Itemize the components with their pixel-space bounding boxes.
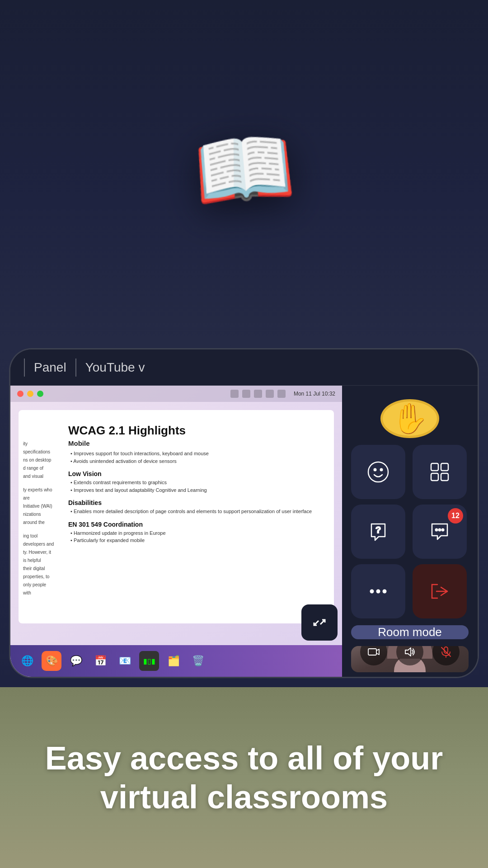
titlebar-icon-1 <box>230 390 239 398</box>
doc-lv-point-1: • Extends contrast requirements to graph… <box>68 479 320 486</box>
dock-icon-finder[interactable]: 🗂️ <box>164 651 183 671</box>
svg-rect-17 <box>368 649 376 655</box>
minimize-dot[interactable] <box>27 391 33 397</box>
layout-button[interactable] <box>413 445 467 499</box>
exit-icon <box>427 579 452 604</box>
youtube-tab[interactable]: YouTube v <box>85 360 145 375</box>
fullscreen-dot[interactable] <box>37 391 43 397</box>
svg-rect-6 <box>441 463 448 471</box>
dock-icon-mail[interactable]: 📧 <box>115 651 135 671</box>
expand-button[interactable] <box>301 604 338 641</box>
doc-section-mobile: Mobile <box>68 439 320 447</box>
doc-main: WCAG 2.1 Highlights Mobile • Improves su… <box>64 424 320 544</box>
svg-point-2 <box>368 462 388 482</box>
emoji-icon <box>366 460 390 484</box>
titlebar-icon-2 <box>242 390 250 398</box>
device-content: Mon 11 Jul 10:32 ity specifications ns o… <box>10 386 478 677</box>
tagline-line2: virtual classrooms <box>100 779 388 815</box>
svg-rect-7 <box>431 473 438 481</box>
speaker-icon <box>404 646 416 658</box>
mac-titlebar: Mon 11 Jul 10:32 <box>10 386 342 402</box>
dock-icon-chrome[interactable]: 🌐 <box>17 651 37 671</box>
grid-icon <box>427 460 452 484</box>
doc-section-disabilities: Disabilities <box>68 499 320 506</box>
control-panel: ✋ <box>342 386 478 677</box>
tagline-line1: Easy access to all of your <box>45 740 443 776</box>
dock-icon-calendar[interactable]: 📅 <box>90 651 110 671</box>
svg-point-3 <box>374 469 376 471</box>
question-button[interactable]: ? <box>351 505 405 559</box>
screen-area: Mon 11 Jul 10:32 ity specifications ns o… <box>10 386 342 677</box>
doc-title: WCAG 2.1 Highlights <box>68 424 320 438</box>
emoji-button[interactable] <box>351 445 405 499</box>
panel-tab[interactable]: Panel <box>34 360 66 375</box>
chat-button[interactable]: 12 <box>413 505 467 559</box>
doc-mobile-point-1: • Improves support for touch interaction… <box>68 450 320 458</box>
room-mode-label: Room mode <box>378 625 442 639</box>
svg-rect-5 <box>431 463 438 471</box>
doc-en-point-2: • Particularly for expanded mobile <box>68 537 320 544</box>
svg-point-14 <box>377 590 380 593</box>
device-frame: Panel YouTube v <box>9 348 479 678</box>
svg-text:?: ? <box>375 525 381 535</box>
control-grid: ? 12 <box>351 445 469 618</box>
svg-rect-8 <box>441 473 448 481</box>
chat-icon <box>427 519 452 544</box>
titlebar-icon-5 <box>277 390 286 398</box>
tab-separator <box>24 359 25 377</box>
microphone-button[interactable] <box>432 646 460 665</box>
dock-icon-trash[interactable]: 🗑️ <box>188 651 208 671</box>
titlebar-icons: Mon 11 Jul 10:32 <box>230 390 335 398</box>
chat-notification-badge: 12 <box>448 508 463 524</box>
svg-point-4 <box>380 469 383 471</box>
video-controls <box>351 646 469 665</box>
more-button[interactable] <box>351 564 405 618</box>
svg-point-11 <box>439 529 441 531</box>
camera-icon <box>367 646 380 658</box>
svg-point-12 <box>442 529 444 531</box>
dock-icon-discord[interactable]: 💬 <box>66 651 86 671</box>
dock-icon-figma[interactable]: 🎨 <box>42 651 61 671</box>
room-mode-button[interactable]: Room mode <box>351 625 469 639</box>
video-preview <box>351 646 469 672</box>
tab-separator-2 <box>75 359 76 377</box>
svg-point-10 <box>436 529 438 531</box>
question-icon: ? <box>366 519 390 544</box>
book-illustration: 📖 <box>189 118 299 222</box>
top-section: 📖 <box>0 0 488 339</box>
doc-left-bar: ity specifications ns on desktop d range… <box>19 426 59 623</box>
screen-dock: 🌐 🎨 💬 📅 📧 ▮▯▮ 🗂️ 🗑️ <box>10 645 342 677</box>
more-icon <box>366 579 390 604</box>
hand-icon: ✋ <box>392 401 428 436</box>
titlebar-icon-3 <box>254 390 262 398</box>
document-content: ity specifications ns on desktop d range… <box>19 410 334 623</box>
svg-point-13 <box>371 590 374 593</box>
tagline: Easy access to all of your virtual class… <box>45 739 443 817</box>
device-section: Panel YouTube v <box>0 339 488 687</box>
speaker-button[interactable] <box>396 646 423 665</box>
doc-en-point-1: • Harmonized update in progress in Europ… <box>68 529 320 537</box>
titlebar-icon-4 <box>266 390 274 398</box>
mac-clock: Mon 11 Jul 10:32 <box>294 391 335 397</box>
tab-bar: Panel YouTube v <box>10 349 478 386</box>
hand-raise-button[interactable]: ✋ <box>380 399 439 438</box>
doc-dis-point-1: • Enables more detailed description of p… <box>68 508 320 515</box>
close-dot[interactable] <box>17 391 23 397</box>
doc-mobile-point-2: • Avoids unintended activation of device… <box>68 458 320 465</box>
svg-point-15 <box>383 590 386 593</box>
doc-section-en301: EN 301 549 Coordination <box>68 521 320 528</box>
doc-lv-point-2: • Improves text and layout adaptability … <box>68 486 320 494</box>
bottom-section: Easy access to all of your virtual class… <box>0 687 488 868</box>
mic-muted-icon <box>440 646 452 658</box>
svg-marker-18 <box>405 648 411 656</box>
exit-button[interactable] <box>413 564 467 618</box>
dock-icon-terminal[interactable]: ▮▯▮ <box>139 651 159 671</box>
doc-section-lowvision: Low Vision <box>68 470 320 477</box>
camera-button[interactable] <box>360 646 387 665</box>
